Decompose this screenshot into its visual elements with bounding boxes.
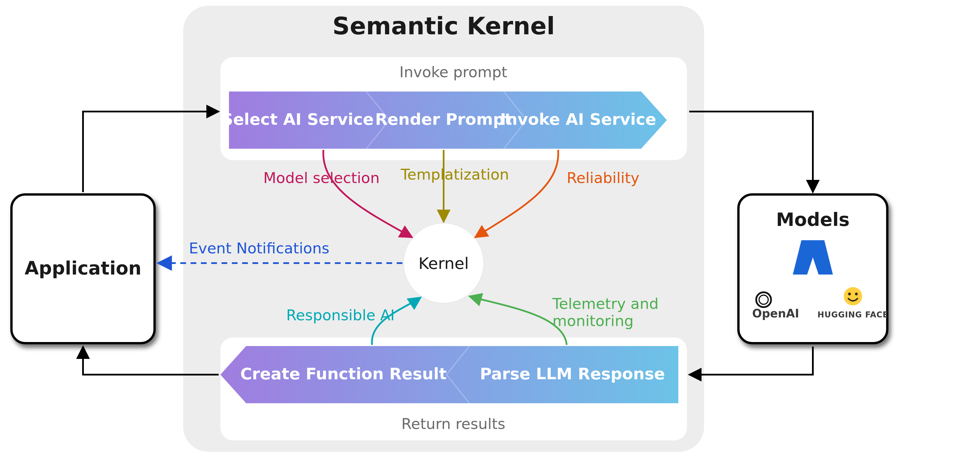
step-render-prompt: Render Prompt [375,110,512,128]
return-caption: Return results [401,415,505,432]
panel-title: Semantic Kernel [332,12,555,40]
svg-point-3 [855,293,858,295]
models-title: Models [776,209,850,230]
svg-point-1 [844,287,862,306]
label-telemetry-line2: monitoring [552,312,634,330]
semantic-kernel-diagram: Semantic Kernel Invoke prompt Select AI … [0,0,980,461]
application-label: Application [25,258,142,279]
label-templatization: Templatization [401,166,509,183]
invoke-chevron: Select AI Service Render Prompt Invoke A… [221,92,667,149]
label-reliability: Reliability [567,169,640,187]
arrow-invoke-to-models [689,111,813,192]
arrow-models-to-return [689,347,813,375]
step-create-result: Create Function Result [240,364,447,383]
svg-point-2 [848,293,851,295]
step-parse-response: Parse LLM Response [480,364,665,383]
step-select-ai: Select AI Service [221,110,374,128]
invoke-caption: Invoke prompt [399,63,508,81]
label-model-selection: Model selection [263,169,380,187]
label-responsible-ai: Responsible AI [286,307,395,324]
event-link-label: Event Notifications [189,240,329,257]
provider-hf: HUGGING FACE [818,310,888,320]
provider-openai: OpenAI [752,307,799,320]
label-telemetry-line1: Telemetry and [552,295,659,312]
return-chevron: Create Function Result Parse LLM Respons… [220,346,678,403]
step-invoke-ai: Invoke AI Service [500,110,656,128]
kernel-label: Kernel [418,254,469,272]
huggingface-icon [844,287,862,306]
